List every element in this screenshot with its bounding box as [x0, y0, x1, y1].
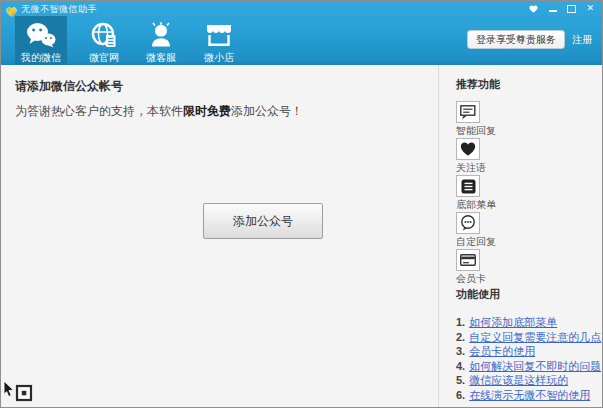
help-link-row: 2.自定义回复需要注意的几点 [456, 330, 601, 345]
link-number: 1. [456, 316, 465, 328]
link-number: 5. [456, 374, 465, 386]
link-number: 3. [456, 345, 465, 357]
page-title: 请添加微信公众帐号 [15, 78, 123, 95]
help-link[interactable]: 会员卡的使用 [469, 345, 535, 357]
help-link[interactable]: 在线演示无微不智的使用 [469, 389, 590, 401]
tab-micro-site[interactable]: 微官网 [78, 16, 130, 65]
recommended-title: 推荐功能 [456, 77, 500, 92]
heart-icon [456, 138, 480, 160]
main-panel: 请添加微信公众帐号 为答谢热心客户的支持，本软件限时免费添加公众号！ 添加公众号 [1, 65, 438, 408]
help-link-row: 4.如何解决回复不即时的问题 [456, 359, 601, 374]
feature-follow-greeting[interactable]: 关注语 [456, 138, 496, 175]
link-number: 6. [456, 389, 465, 401]
usage-title: 功能使用 [456, 287, 500, 302]
feature-custom-reply[interactable]: 自定回复 [456, 212, 496, 249]
globe-site-icon [91, 21, 117, 49]
help-link[interactable]: 微信应该是这样玩的 [469, 374, 568, 386]
tab-micro-service[interactable]: 微客服 [135, 16, 187, 65]
member-card-icon [456, 249, 480, 271]
help-link-row: 5.微信应该是这样玩的 [456, 373, 601, 388]
tab-my-wechat[interactable]: 我的微信 [15, 16, 67, 65]
link-number: 2. [456, 331, 465, 343]
help-links: 1.如何添加底部菜单 2.自定义回复需要注意的几点 3.会员卡的使用 4.如何解… [456, 315, 601, 403]
window-controls: ✕ [529, 3, 594, 14]
register-link[interactable]: 注册 [572, 33, 592, 47]
window-title: 无微不智微信助手 [21, 3, 97, 16]
feature-label: 关注语 [456, 161, 496, 175]
close-icon[interactable]: ✕ [586, 4, 594, 13]
heart-skin-icon[interactable] [529, 5, 538, 13]
menu-list-icon [456, 175, 480, 197]
content: 请添加微信公众帐号 为答谢热心客户的支持，本软件限时免费添加公众号！ 添加公众号… [1, 65, 603, 408]
tab-label: 我的微信 [21, 51, 61, 65]
promo-text: 为答谢热心客户的支持，本软件限时免费添加公众号！ [15, 103, 303, 120]
minimize-icon[interactable] [548, 4, 557, 13]
feature-label: 底部菜单 [456, 198, 496, 212]
promo-prefix: 为答谢热心客户的支持，本软件 [15, 104, 183, 118]
feature-label: 会员卡 [456, 272, 496, 286]
tab-label: 微官网 [89, 51, 119, 65]
chat-lines-icon [456, 101, 480, 123]
tab-micro-shop[interactable]: 微小店 [193, 16, 245, 65]
app-window: 无微不智微信助手 ✕ [0, 0, 603, 408]
shop-awning-icon [206, 21, 232, 49]
add-account-button[interactable]: 添加公众号 [203, 203, 323, 239]
tab-label: 微小店 [204, 51, 234, 65]
promo-bold: 限时免费 [183, 104, 231, 118]
feature-member-card[interactable]: 会员卡 [456, 249, 496, 286]
feature-smart-reply[interactable]: 智能回复 [456, 101, 496, 138]
mouse-cursor-icon [3, 381, 35, 405]
round-chat-icon [456, 212, 480, 234]
help-link-row: 1.如何添加底部菜单 [456, 315, 601, 330]
feature-label: 智能回复 [456, 124, 496, 138]
help-link-row: 6.在线演示无微不智的使用 [456, 388, 601, 403]
help-link-row: 3.会员卡的使用 [456, 344, 601, 359]
feature-bottom-menu[interactable]: 底部菜单 [456, 175, 496, 212]
header: 无微不智微信助手 ✕ [1, 1, 602, 65]
help-link[interactable]: 如何解决回复不即时的问题 [469, 360, 601, 372]
help-link[interactable]: 如何添加底部菜单 [469, 316, 557, 328]
nav-tabs: 我的微信 微官网 [15, 16, 245, 65]
wechat-bubbles-icon [26, 21, 56, 49]
link-number: 4. [456, 360, 465, 372]
feature-label: 自定回复 [456, 235, 496, 249]
sidebar: 推荐功能 智能回复 [439, 65, 603, 408]
service-person-icon [148, 21, 174, 49]
promo-suffix: 添加公众号！ [231, 104, 303, 118]
titlebar[interactable]: 无微不智微信助手 ✕ [1, 1, 602, 16]
login-button[interactable]: 登录享受尊贵服务 [467, 30, 565, 49]
help-link[interactable]: 自定义回复需要注意的几点 [469, 331, 601, 343]
login-area: 登录享受尊贵服务 注册 [467, 30, 592, 49]
feature-list: 智能回复 关注语 [456, 101, 496, 286]
maximize-icon[interactable] [567, 5, 576, 13]
tab-label: 微客服 [146, 51, 176, 65]
